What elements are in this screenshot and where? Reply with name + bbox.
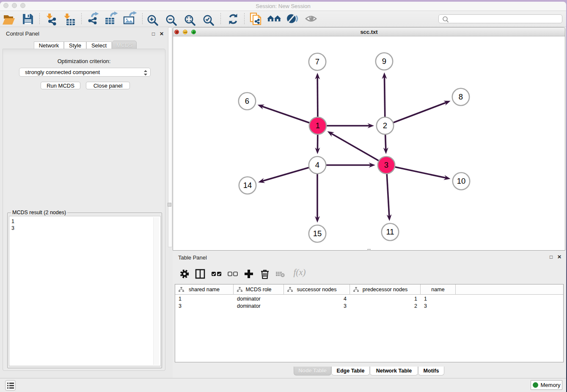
svg-text:8: 8 — [459, 92, 463, 101]
svg-text:9: 9 — [382, 57, 386, 66]
svg-text:4: 4 — [315, 160, 319, 169]
svg-text:11: 11 — [386, 227, 394, 236]
svg-text:6: 6 — [245, 97, 249, 105]
svg-text:2: 2 — [383, 121, 387, 130]
svg-text:3: 3 — [384, 160, 388, 169]
svg-text:14: 14 — [243, 181, 252, 190]
svg-text:15: 15 — [313, 229, 322, 238]
svg-text:10: 10 — [457, 177, 466, 185]
svg-text:7: 7 — [315, 57, 319, 66]
svg-text:1: 1 — [316, 121, 320, 130]
